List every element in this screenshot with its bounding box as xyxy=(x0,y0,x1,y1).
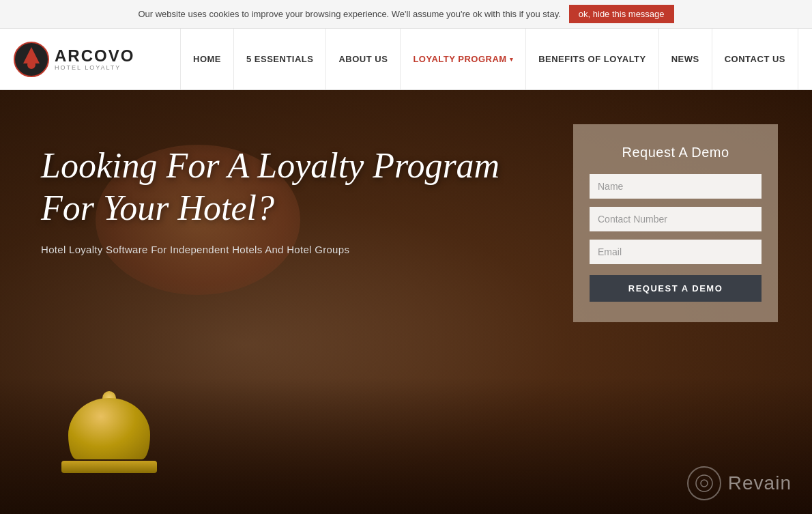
revain-logo-icon xyxy=(687,466,721,500)
bell-decoration xyxy=(68,398,157,473)
contact-number-input[interactable] xyxy=(590,207,762,231)
loyalty-chevron-icon: ▾ xyxy=(510,56,514,63)
logo[interactable]: ARCOVO HOTEL LOYALTY xyxy=(14,42,136,77)
nav-5-essentials[interactable]: 5 ESSENTIALS xyxy=(234,29,326,89)
name-input[interactable] xyxy=(590,174,762,199)
request-demo-button[interactable]: REQUEST A DEMO xyxy=(590,275,762,302)
logo-icon xyxy=(14,42,49,77)
cookie-banner: Our website uses cookies to improve your… xyxy=(0,0,812,29)
revain-brand: Revain xyxy=(728,472,792,494)
nav-home[interactable]: HOME xyxy=(180,29,234,89)
nav-about-us[interactable]: ABOUT US xyxy=(326,29,401,89)
nav-contact-us[interactable]: CONTACT US xyxy=(712,29,798,89)
navbar: ARCOVO HOTEL LOYALTY HOME 5 ESSENTIALS A… xyxy=(0,29,812,90)
hero-headline: Looking For A Loyalty Program For Your H… xyxy=(41,145,499,230)
revain-watermark: Revain xyxy=(687,466,792,500)
svg-point-4 xyxy=(701,480,708,487)
hero-content: Looking For A Loyalty Program For Your H… xyxy=(41,145,499,255)
nav-news[interactable]: NEWS xyxy=(659,29,712,89)
demo-form-title: Request A Demo xyxy=(590,145,762,160)
cookie-message: Our website uses cookies to improve your… xyxy=(138,9,560,19)
nav-links: HOME 5 ESSENTIALS ABOUT US LOYALTY PROGR… xyxy=(180,29,798,89)
logo-text: ARCOVO HOTEL LOYALTY xyxy=(55,48,134,71)
nav-loyalty-program[interactable]: LOYALTY PROGRAM ▾ xyxy=(401,29,526,89)
svg-point-3 xyxy=(696,475,712,491)
email-input[interactable] xyxy=(590,240,762,264)
cookie-dismiss-button[interactable]: ok, hide this message xyxy=(569,5,674,23)
hero-section: Looking For A Loyalty Program For Your H… xyxy=(0,90,812,514)
hero-subtext: Hotel Loyalty Software For Independent H… xyxy=(41,244,499,255)
demo-form: Request A Demo REQUEST A DEMO xyxy=(573,124,778,322)
nav-benefits-of-loyalty[interactable]: BENEFITS OF LOYALTY xyxy=(526,29,659,89)
svg-point-2 xyxy=(27,61,35,69)
